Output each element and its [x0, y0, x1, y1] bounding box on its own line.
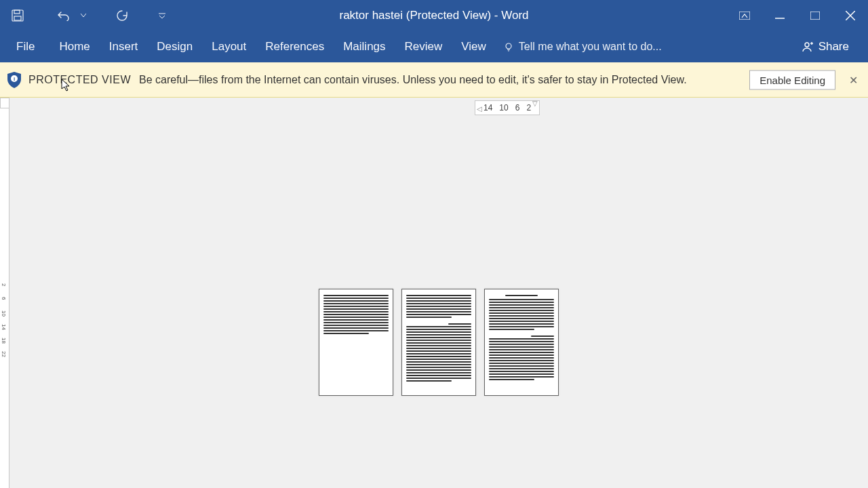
indent-marker-right-icon[interactable]: ▽ [532, 100, 538, 107]
protected-view-title: PROTECTED VIEW [28, 74, 131, 86]
tab-layout[interactable]: Layout [202, 31, 256, 62]
vruler-tick: 18 [1, 338, 7, 344]
page-thumbnails [319, 289, 559, 396]
tab-review[interactable]: Review [395, 31, 452, 62]
svg-text:i: i [14, 76, 15, 82]
vruler-tick: 22 [1, 351, 7, 357]
vertical-ruler: 2 6 10 14 18 22 [0, 108, 9, 488]
hruler-tick: 14 [484, 103, 492, 113]
svg-point-12 [805, 43, 809, 47]
tab-design[interactable]: Design [147, 31, 202, 62]
page-thumbnail[interactable] [319, 289, 393, 396]
lightbulb-icon [504, 42, 513, 52]
maximize-button[interactable] [797, 0, 833, 31]
quick-access-toolbar [0, 0, 170, 31]
undo-button[interactable] [50, 0, 77, 31]
protected-view-message: Be careful—files from the Internet can c… [139, 73, 687, 87]
share-label: Share [818, 40, 849, 54]
customize-qat-button[interactable] [155, 0, 170, 31]
hruler-tick: 2 [526, 103, 531, 113]
vruler-tick: 2 [1, 283, 7, 286]
vruler-tick: 10 [1, 310, 7, 317]
save-button[interactable] [4, 0, 31, 31]
svg-rect-4 [739, 12, 750, 20]
tab-home[interactable]: Home [50, 31, 99, 62]
share-icon [801, 41, 813, 53]
redo-button[interactable] [108, 0, 136, 31]
minimize-button[interactable] [762, 0, 797, 31]
svg-rect-6 [810, 12, 820, 20]
hruler-tick: 10 [499, 103, 508, 113]
ribbon-tabs: File Home Insert Design Layout Reference… [0, 31, 868, 62]
shield-icon: i [7, 71, 22, 89]
close-button[interactable] [833, 0, 868, 31]
indent-marker-left-icon[interactable]: ◁ [477, 105, 482, 113]
ruler-corner [0, 98, 9, 108]
tab-insert[interactable]: Insert [100, 31, 148, 62]
tab-file[interactable]: File [7, 31, 44, 62]
svg-rect-1 [14, 10, 20, 14]
tab-view[interactable]: View [452, 31, 496, 62]
vruler-tick: 14 [1, 324, 7, 330]
page-thumbnail[interactable] [401, 289, 476, 396]
enable-editing-button[interactable]: Enable Editing [749, 70, 835, 89]
protected-view-bar: i PROTECTED VIEW Be careful—files from t… [0, 62, 868, 98]
svg-rect-2 [14, 16, 21, 20]
ribbon-display-options[interactable] [727, 0, 762, 31]
svg-point-9 [506, 43, 511, 49]
title-bar: raktor hastei (Protected View) - Word [0, 0, 868, 31]
close-protected-view-button[interactable]: ✕ [846, 73, 860, 86]
tell-me-placeholder: Tell me what you want to do... [519, 41, 662, 53]
document-title: raktor hastei (Protected View) - Word [339, 9, 528, 22]
tab-references[interactable]: References [256, 31, 334, 62]
window-controls [727, 0, 868, 31]
tell-me-search[interactable]: Tell me what you want to do... [504, 41, 662, 53]
tab-mailings[interactable]: Mailings [334, 31, 395, 62]
svg-rect-0 [12, 10, 23, 21]
horizontal-ruler: ◁ 14 10 6 2 ▽ [475, 100, 540, 115]
vruler-tick: 6 [1, 297, 7, 300]
share-button[interactable]: Share [789, 31, 861, 62]
page-thumbnail[interactable] [484, 289, 559, 396]
hruler-tick: 6 [515, 103, 520, 113]
document-area[interactable] [9, 115, 868, 488]
undo-dropdown[interactable] [77, 0, 90, 31]
